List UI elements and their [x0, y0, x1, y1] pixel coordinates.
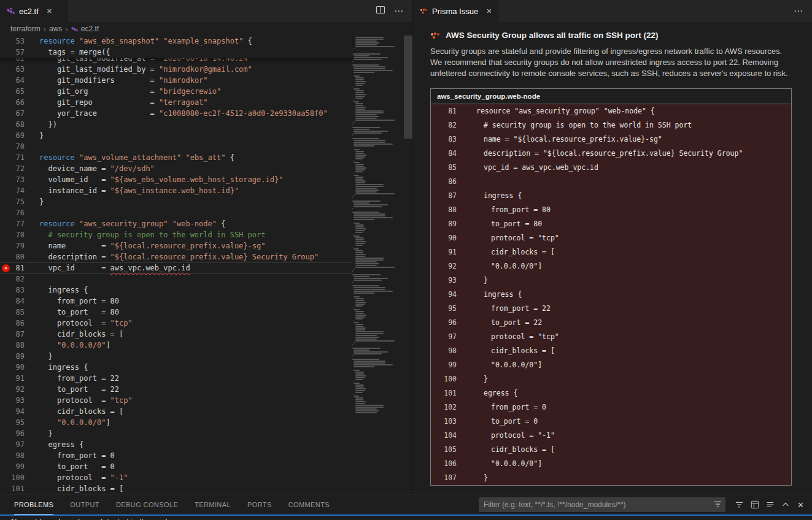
panel-tab-terminal[interactable]: TERMINAL: [195, 495, 231, 514]
editor-line-88[interactable]: 88 "0.0.0.0/0"]: [0, 340, 352, 351]
minimap-line: [355, 412, 377, 413]
editor-line-90[interactable]: 90 ingress {: [0, 362, 352, 373]
maximize-panel-icon[interactable]: [778, 497, 793, 512]
line-number: 72: [0, 163, 25, 174]
view-as-table-icon[interactable]: [747, 497, 762, 512]
editor-line-77[interactable]: 77resource "aws_security_group" "web-nod…: [0, 218, 352, 229]
editor-line-75[interactable]: 75}: [0, 196, 352, 207]
editor-line-100[interactable]: 100 protocol = "-1": [0, 472, 352, 483]
editor-line-92[interactable]: 92 to_port = 22: [0, 384, 352, 395]
minimap-line: [352, 138, 379, 139]
editor-line-79[interactable]: 79 name = "${local.resource_prefix.value…: [0, 240, 352, 251]
close-tab-icon[interactable]: ✕: [486, 7, 492, 15]
code-editor[interactable]: 62 git_last_modified_at = "2020-06-16 14…: [0, 36, 412, 494]
editor-line-74[interactable]: 74 instance_id = "${aws_instance.web_hos…: [0, 185, 352, 196]
editor-line-57[interactable]: 57 tags = merge({: [0, 47, 352, 58]
editor-line-70[interactable]: 70: [0, 141, 352, 152]
editor-line-65[interactable]: 65 git_org = "bridgecrewio": [0, 86, 352, 97]
minimap-line: [355, 112, 384, 113]
editor-line-67[interactable]: 67 yor_trace = "c1008080-ec2f-4512-a0d0-…: [0, 108, 352, 119]
issue-code-line-104: 104protocol = "-1": [431, 429, 791, 443]
editor-line-83[interactable]: 83 ingress {: [0, 285, 352, 296]
close-panel-icon[interactable]: ✕: [793, 497, 808, 512]
editor-line-85[interactable]: 85 to_port = 80: [0, 307, 352, 318]
editor-line-72[interactable]: 72 device_name = "/dev/sdh": [0, 163, 352, 174]
error-marker-icon: ✕: [2, 264, 10, 272]
editor-line-63[interactable]: 63 git_last_modified_by = "nimrodkor@gma…: [0, 64, 352, 75]
minimap-line: [355, 373, 365, 375]
minimap-line: [355, 265, 377, 266]
more-actions-icon[interactable]: ⋯: [394, 6, 404, 17]
editor-line-81[interactable]: 81 vpc_id = aws_vpc.web_vpc.id✕: [0, 262, 352, 273]
collapse-all-icon[interactable]: [762, 497, 778, 512]
more-actions-icon[interactable]: ⋯: [794, 6, 803, 17]
minimap-line: [354, 223, 359, 224]
issue-code-line-92: 92"0.0.0.0/0"]: [431, 259, 791, 273]
line-number: 90: [0, 362, 25, 373]
tab-ec2-tf[interactable]: ec2.tf ✕: [0, 0, 69, 22]
line-text: [25, 273, 39, 285]
editor-line-69[interactable]: 69}: [0, 130, 352, 141]
filter-funnel-icon[interactable]: [713, 500, 722, 511]
close-tab-icon[interactable]: ✕: [47, 7, 52, 15]
editor-line-73[interactable]: 73 volume_id = "${aws_ebs_volume.web_hos…: [0, 174, 352, 185]
editor-line-96[interactable]: 96 }: [0, 428, 352, 439]
minimap-line: [354, 215, 385, 216]
panel-tab-debug-console[interactable]: DEBUG CONSOLE: [116, 495, 178, 514]
panel-tab-problems[interactable]: PROBLEMS: [14, 495, 53, 514]
editor-line-98[interactable]: 98 from_port = 0: [0, 450, 352, 461]
breadcrumb-item-terraform[interactable]: terraform: [10, 25, 41, 33]
line-text: }: [476, 471, 488, 485]
editor-scrollbar[interactable]: [404, 36, 412, 139]
line-number: 98: [0, 450, 25, 461]
line-text: }: [476, 372, 488, 386]
line-text: instance_id = "${aws_instance.web_host.i…: [25, 185, 239, 196]
editor-line-53[interactable]: 53resource "aws_ebs_snapshot" "example_s…: [0, 36, 352, 47]
editor-line-66[interactable]: 66 git_repo = "terragoat": [0, 97, 352, 108]
editor-line-78[interactable]: 78 # security group is open to the world…: [0, 229, 352, 240]
minimap-line: [355, 184, 384, 185]
minimap-line: [355, 259, 384, 261]
editor-line-86[interactable]: 86 protocol = "tcp": [0, 318, 352, 329]
breadcrumb-item-aws[interactable]: aws: [49, 25, 62, 33]
problems-filter-input[interactable]: [479, 497, 725, 512]
minimap-line: [354, 234, 354, 235]
breadcrumb-item-file[interactable]: ec2.tf: [81, 25, 99, 33]
editor-line-93[interactable]: 93 protocol = "tcp": [0, 395, 352, 406]
editor-line-87[interactable]: 87 cidr_blocks = [: [0, 329, 352, 340]
editor-line-94[interactable]: 94 cidr_blocks = [: [0, 406, 352, 417]
issue-title-row: AWS Security Group allows all traffic on…: [430, 31, 792, 40]
editor-line-101[interactable]: 101 cidr_blocks = [: [0, 483, 352, 494]
editor-line-64[interactable]: 64 git_modifiers = "nimrodkor": [0, 75, 352, 86]
editor-line-84[interactable]: 84 from_port = 80: [0, 296, 352, 307]
line-text: cidr_blocks = [: [25, 483, 123, 494]
minimap-line: [354, 289, 385, 290]
panel-tab-comments[interactable]: COMMENTS: [288, 495, 330, 514]
editor-line-97[interactable]: 97 egress {: [0, 439, 352, 450]
editor-line-68[interactable]: 68 }): [0, 119, 352, 130]
split-editor-icon[interactable]: [376, 5, 385, 17]
editor-line-89[interactable]: 89 }: [0, 351, 352, 362]
panel-tab-ports[interactable]: PORTS: [247, 495, 272, 514]
minimap-line: [354, 86, 354, 88]
line-text: from_port = 80: [25, 296, 119, 307]
editor-line-71[interactable]: 71resource "aws_volume_attachment" "ebs_…: [0, 152, 352, 163]
line-text: description = "${local.resource_prefix.v…: [25, 251, 319, 262]
tab-prisma-issue[interactable]: Prisma Issue ✕: [413, 0, 499, 22]
minimap-line: [354, 68, 385, 69]
editor-line-80[interactable]: 80 description = "${local.resource_prefi…: [0, 251, 352, 262]
panel-tab-output[interactable]: OUTPUT: [70, 495, 99, 514]
issue-code-line-94: 94ingress {: [431, 288, 791, 302]
editor-line-76[interactable]: 76: [0, 207, 352, 218]
filter-icon[interactable]: [732, 497, 747, 512]
line-text: cidr_blocks = [: [476, 245, 555, 259]
minimap[interactable]: [352, 37, 404, 494]
minimap-line: [355, 169, 365, 170]
line-text: cidr_blocks = [: [25, 329, 123, 340]
editor-line-95[interactable]: 95 "0.0.0.0/0"]: [0, 417, 352, 428]
editor-line-82[interactable]: 82: [0, 273, 352, 285]
editor-line-99[interactable]: 99 to_port = 0: [0, 461, 352, 472]
minimap-line: [352, 123, 353, 124]
minimap-line: [354, 287, 385, 288]
editor-line-91[interactable]: 91 from_port = 22: [0, 373, 352, 384]
